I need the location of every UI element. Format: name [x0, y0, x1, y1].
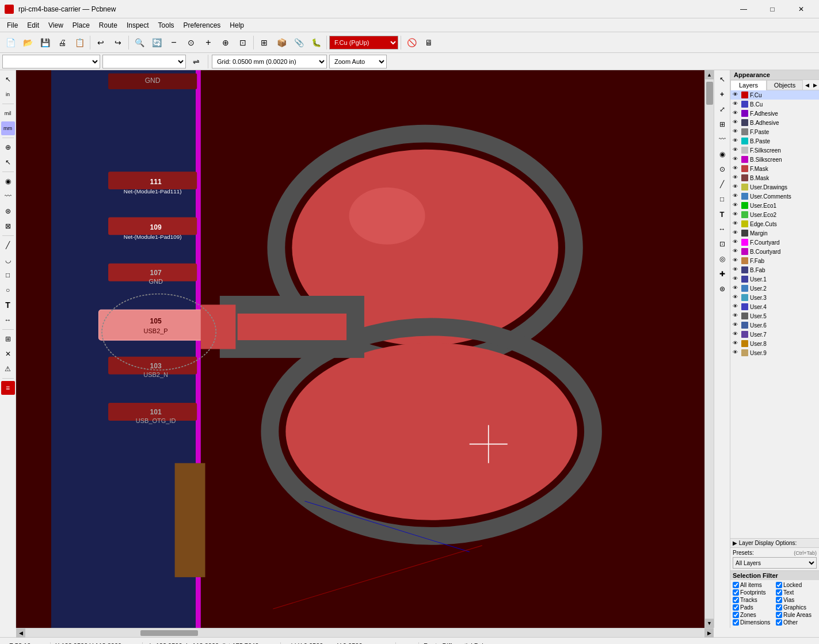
grid-select[interactable]: Grid: 0.0500 mm (0.0020 in)	[212, 55, 327, 68]
rt-tool6[interactable]: ◉	[715, 147, 729, 161]
zone-tool[interactable]: ⊠	[1, 219, 15, 233]
rt-tool7[interactable]: ⊙	[715, 162, 729, 176]
rt-tool10[interactable]: T	[715, 207, 729, 221]
sf-rule-areas[interactable]: Rule Areas	[776, 612, 817, 618]
save-btn[interactable]: 💾	[37, 35, 53, 51]
vertical-scrollbar[interactable]: ▲ ▼	[704, 70, 714, 628]
zoom-search-btn[interactable]: 🔍	[131, 35, 147, 51]
layer-item-user-eco2[interactable]: 👁User.Eco2	[730, 210, 819, 219]
layer-eye-12[interactable]: 👁	[733, 202, 740, 209]
layer-eye-6[interactable]: 👁	[733, 147, 740, 154]
layer-item-f-fab[interactable]: 👁F.Fab	[730, 256, 819, 265]
tab-nav-right[interactable]: ▶	[811, 80, 819, 90]
footprint-tool[interactable]: ⊞	[1, 332, 15, 346]
layer-eye-17[interactable]: 👁	[733, 248, 740, 255]
sf-text[interactable]: Text	[776, 589, 817, 596]
layer-item-user-3[interactable]: 👁User.3	[730, 293, 819, 302]
grid-origin-tool[interactable]: ⊕	[1, 140, 15, 154]
sf-graphics-checkbox[interactable]	[776, 604, 782, 611]
add-footprint-btn[interactable]: ⊞	[256, 35, 272, 51]
layer-item-user-9[interactable]: 👁User.9	[730, 348, 819, 357]
layer-eye-24[interactable]: 👁	[733, 313, 740, 319]
layer-eye-14[interactable]: 👁	[733, 220, 740, 227]
zoom-out-btn[interactable]: −	[166, 35, 182, 51]
scroll-thumb-v[interactable]	[706, 82, 713, 105]
canvas-area[interactable]: GND 111 Net-(Module1-Pad111) 109 Net-(Mo…	[16, 70, 714, 628]
layer-item-user-5[interactable]: 👁User.5	[730, 311, 819, 321]
tab-nav-left[interactable]: ◀	[803, 80, 811, 90]
dimension-tool[interactable]: ↔	[1, 313, 15, 327]
layer-eye-28[interactable]: 👁	[733, 349, 740, 356]
layer-item-user-1[interactable]: 👁User.1	[730, 275, 819, 284]
rt-tool3[interactable]: ⤢	[715, 102, 729, 116]
menu-item-view[interactable]: View	[44, 20, 68, 31]
new-btn[interactable]: 📄	[2, 35, 18, 51]
sf-dimensions[interactable]: Dimensions	[733, 619, 774, 626]
rt-tool9[interactable]: □	[715, 192, 729, 206]
layer-eye-22[interactable]: 👁	[733, 294, 740, 301]
layer-item-f-mask[interactable]: 👁F.Mask	[730, 164, 819, 173]
scroll-left-btn[interactable]: ◀	[16, 628, 25, 638]
rt-tool5[interactable]: 〰	[715, 132, 729, 146]
layer-item-b-mask[interactable]: 👁B.Mask	[730, 173, 819, 182]
layer-eye-4[interactable]: 👁	[733, 128, 740, 135]
rt-tool4[interactable]: ⊞	[715, 117, 729, 131]
sf-zones-checkbox[interactable]	[733, 612, 739, 618]
layer-item-b-paste[interactable]: 👁B.Paste	[730, 136, 819, 146]
drc-tool[interactable]: ⚠	[1, 362, 15, 376]
sf-locked-checkbox[interactable]	[776, 582, 782, 588]
layer-eye-3[interactable]: 👁	[733, 119, 740, 126]
menu-item-tools[interactable]: Tools	[154, 20, 179, 31]
zoom-in-btn[interactable]: +	[200, 35, 216, 51]
sf-dimensions-checkbox[interactable]	[733, 619, 739, 626]
menu-item-file[interactable]: File	[2, 20, 22, 31]
sf-rule-areas-checkbox[interactable]	[776, 612, 782, 618]
layer-eye-16[interactable]: 👁	[733, 239, 740, 246]
sf-pads[interactable]: Pads	[733, 604, 774, 611]
layer-item-b-fab[interactable]: 👁B.Fab	[730, 265, 819, 275]
layer-item-edge-cuts[interactable]: 👁Edge.Cuts	[730, 219, 819, 228]
menu-item-help[interactable]: Help	[225, 20, 249, 31]
zoom-select[interactable]: Zoom Auto	[329, 55, 387, 68]
undo-btn[interactable]: ↩	[93, 35, 109, 51]
text-tool[interactable]: T	[1, 298, 15, 312]
rect-tool[interactable]: □	[1, 268, 15, 282]
layer-eye-5[interactable]: 👁	[733, 138, 740, 144]
rt-tool8[interactable]: ╱	[715, 177, 729, 191]
sf-tracks[interactable]: Tracks	[733, 597, 774, 603]
layer-eye-8[interactable]: 👁	[733, 165, 740, 172]
layer-eye-7[interactable]: 👁	[733, 156, 740, 163]
net-select2[interactable]	[102, 55, 186, 68]
zoom-center-btn[interactable]: ⊕	[218, 35, 234, 51]
rt-tool12[interactable]: ⊡	[715, 237, 729, 251]
select-tool[interactable]: ↖	[1, 155, 15, 169]
scroll-up-btn[interactable]: ▲	[705, 70, 714, 79]
layer-mgr-tool[interactable]: ≡	[1, 381, 15, 395]
layer-item-margin[interactable]: 👁Margin	[730, 228, 819, 238]
layer-eye-21[interactable]: 👁	[733, 285, 740, 292]
layer-item-f-paste[interactable]: 👁F.Paste	[730, 127, 819, 136]
netlist-btn[interactable]: 📋	[71, 35, 87, 51]
pad-tool[interactable]: ◉	[1, 174, 15, 188]
layer-eye-11[interactable]: 👁	[733, 193, 740, 200]
mm-tool[interactable]: mm	[1, 121, 15, 135]
layer-item-user-comments[interactable]: 👁User.Comments	[730, 192, 819, 201]
print-btn[interactable]: 🖨	[54, 35, 70, 51]
layer-eye-23[interactable]: 👁	[733, 303, 740, 310]
rt-cursor[interactable]: ↖	[715, 73, 729, 86]
layer-item-f-courtyard[interactable]: 👁F.Courtyard	[730, 238, 819, 247]
refresh-btn[interactable]: 🔄	[148, 35, 165, 51]
layer-item-f-silkscreen[interactable]: 👁F.Silkscreen	[730, 146, 819, 155]
layer-eye-20[interactable]: 👁	[733, 276, 740, 283]
scroll-right-btn[interactable]: ▶	[704, 628, 714, 638]
layer-item-user-drawings[interactable]: 👁User.Drawings	[730, 182, 819, 192]
layer-item-user-6[interactable]: 👁User.6	[730, 321, 819, 330]
load-netlist-btn[interactable]: 📦	[273, 35, 289, 51]
rt-tool13[interactable]: ◎	[715, 252, 729, 266]
rt-tool15[interactable]: ⊛	[715, 282, 729, 296]
circle-tool[interactable]: ○	[1, 283, 15, 297]
layer-eye-18[interactable]: 👁	[733, 257, 740, 264]
layer-item-f-adhesive[interactable]: 👁F.Adhesive	[730, 109, 819, 118]
close-button[interactable]: ✕	[788, 0, 814, 18]
sf-footprints[interactable]: Footprints	[733, 589, 774, 596]
